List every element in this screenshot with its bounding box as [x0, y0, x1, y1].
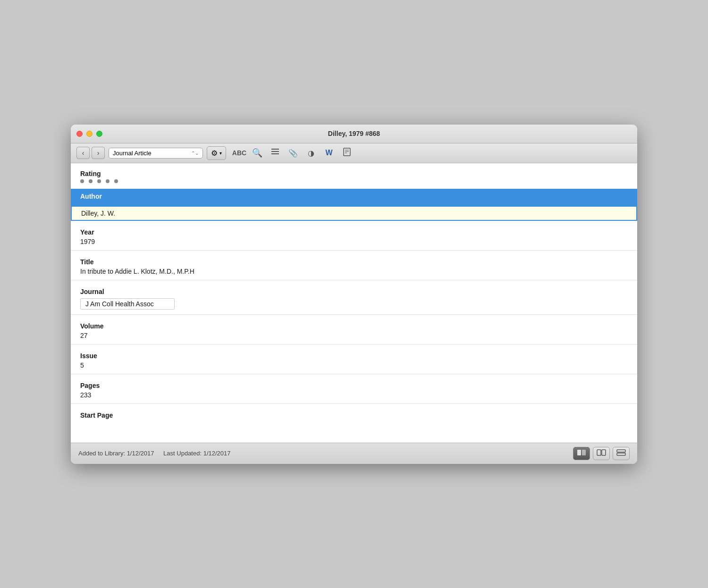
issue-value: 5	[80, 361, 628, 369]
start-page-value	[80, 421, 628, 428]
spell-check-button[interactable]: ABC	[232, 146, 247, 160]
status-text: Added to Library: 1/12/2017 Last Updated…	[78, 450, 231, 457]
minimize-button[interactable]	[86, 131, 93, 137]
note-button[interactable]	[339, 146, 354, 160]
svg-rect-0	[271, 149, 279, 150]
rating-dots	[80, 179, 628, 183]
pages-section: Pages 233	[71, 374, 637, 403]
volume-section: Volume 27	[71, 315, 637, 344]
author-label: Author	[80, 193, 628, 200]
pages-value: 233	[80, 391, 628, 399]
year-section: Year 1979	[71, 221, 637, 250]
type-dropdown[interactable]: Journal Article ⌃⌄	[109, 148, 203, 159]
content-area: Rating Author Year 1979	[71, 163, 637, 443]
note-icon	[342, 147, 352, 159]
pages-label: Pages	[80, 382, 628, 389]
added-label: Added to Library:	[78, 450, 127, 457]
journal-label: Journal	[80, 288, 628, 295]
updated-date: 1/12/2017	[203, 450, 231, 457]
issue-section: Issue 5	[71, 344, 637, 374]
author-header: Author	[71, 189, 637, 206]
rating-dot-3[interactable]	[97, 179, 101, 183]
titlebar: Dilley, 1979 #868	[71, 125, 637, 143]
issue-label: Issue	[80, 352, 628, 360]
svg-rect-7	[577, 450, 581, 455]
side-by-side-button[interactable]	[593, 447, 610, 460]
split-view-button[interactable]	[573, 447, 590, 460]
journal-section: Journal J Am Coll Health Assoc	[71, 280, 637, 314]
title-section: Title In tribute to Addie L. Klotz, M.D.…	[71, 251, 637, 280]
updated-label: Last Updated:	[163, 450, 203, 457]
word-button[interactable]: W	[321, 146, 337, 160]
year-value: 1979	[80, 238, 628, 245]
rating-section: Rating	[71, 163, 637, 189]
title-label: Title	[80, 258, 628, 266]
toolbar: ‹ › Journal Article ⌃⌄ ⚙ ▾ ABC 🔍	[71, 143, 637, 163]
split-view-icon	[577, 449, 586, 458]
added-date: 1/12/2017	[127, 450, 154, 457]
rating-dot-4[interactable]	[106, 179, 110, 183]
start-page-label: Start Page	[80, 412, 628, 419]
svg-rect-8	[582, 450, 586, 455]
stacked-view-icon	[616, 449, 626, 458]
nav-buttons: ‹ ›	[76, 147, 105, 159]
svg-rect-9	[597, 450, 601, 455]
toolbar-icon-group: ABC 🔍 📎 ◑ W	[232, 146, 354, 160]
window-title: Dilley, 1979 #868	[328, 130, 380, 137]
forward-button[interactable]: ›	[92, 147, 105, 159]
svg-rect-11	[617, 450, 625, 452]
paperclip-icon: 📎	[288, 149, 298, 158]
search-icon: 🔍	[252, 148, 262, 158]
list-icon	[270, 148, 280, 159]
spell-check-icon: ABC	[232, 149, 246, 157]
svg-rect-10	[602, 450, 606, 455]
svg-rect-3	[344, 148, 350, 156]
author-input[interactable]	[72, 207, 636, 220]
journal-value: J Am Coll Health Assoc	[80, 298, 175, 310]
rating-dot-2[interactable]	[89, 179, 93, 183]
title-value: In tribute to Addie L. Klotz, M.D., M.P.…	[80, 268, 628, 275]
chart-icon: ◑	[308, 149, 314, 158]
chart-button[interactable]: ◑	[303, 146, 319, 160]
rating-dot-1[interactable]	[80, 179, 84, 183]
maximize-button[interactable]	[96, 131, 102, 137]
gear-icon: ⚙	[211, 149, 218, 158]
dropdown-arrows-icon: ⌃⌄	[191, 151, 199, 156]
rating-label: Rating	[80, 170, 628, 177]
volume-label: Volume	[80, 322, 628, 330]
list-view-button[interactable]	[268, 146, 283, 160]
type-dropdown-label: Journal Article	[113, 150, 152, 157]
author-section: Author	[71, 189, 637, 221]
rating-dot-5[interactable]	[114, 179, 118, 183]
svg-rect-2	[271, 153, 279, 154]
main-window: Dilley, 1979 #868 ‹ › Journal Article ⌃⌄…	[71, 125, 637, 464]
author-input-row	[71, 206, 637, 221]
word-icon: W	[325, 149, 332, 157]
statusbar: Added to Library: 1/12/2017 Last Updated…	[71, 443, 637, 464]
window-controls	[76, 131, 102, 137]
search-button[interactable]: 🔍	[250, 146, 265, 160]
volume-value: 27	[80, 332, 628, 339]
attachment-button[interactable]: 📎	[286, 146, 301, 160]
svg-rect-1	[271, 151, 279, 152]
gear-button[interactable]: ⚙ ▾	[207, 146, 226, 160]
start-page-section: Start Page	[71, 404, 637, 443]
stacked-view-button[interactable]	[613, 447, 630, 460]
year-label: Year	[80, 228, 628, 236]
close-button[interactable]	[76, 131, 83, 137]
gear-chevron-icon: ▾	[219, 151, 222, 156]
side-by-side-icon	[597, 449, 606, 458]
svg-rect-12	[617, 453, 625, 455]
back-button[interactable]: ‹	[76, 147, 90, 159]
view-buttons	[573, 447, 630, 460]
